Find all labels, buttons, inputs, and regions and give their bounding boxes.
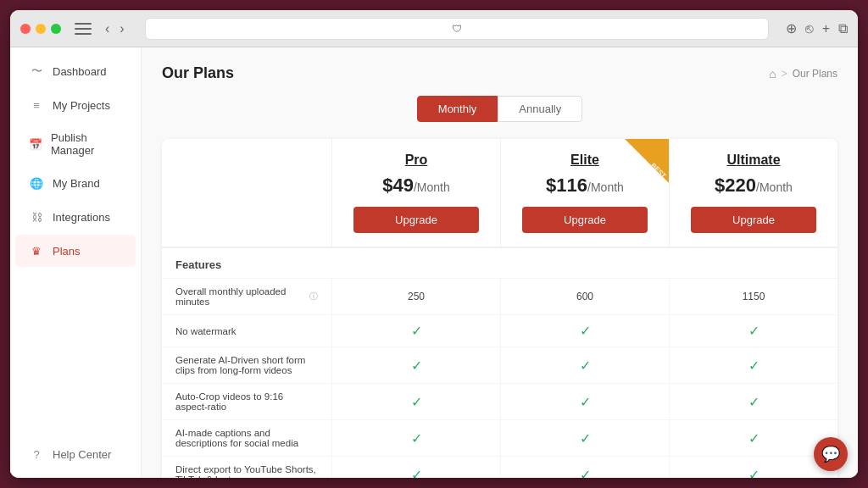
elite-upgrade-button[interactable]: Upgrade: [522, 207, 648, 233]
feature-label-autocrop: Auto-Crop videos to 9:16 aspect-ratio: [162, 384, 331, 419]
browser-toolbar: ‹ › 🛡 ⊕ ⎋ + ⧉: [10, 10, 858, 47]
plan-elite-name: Elite: [511, 152, 659, 168]
plan-ultimate: Ultimate $220/Month Upgrade: [669, 139, 837, 247]
plan-elite-amount: $116: [546, 175, 587, 196]
sidebar-item-publish-manager[interactable]: 📅 Publish Manager: [15, 123, 136, 165]
feature-ultimate-ai: ✓: [669, 347, 837, 383]
sidebar-item-integrations[interactable]: ⛓ Integrations: [15, 201, 136, 233]
sidebar: 〜 Dashboard ≡ My Projects 📅 Publish Mana…: [10, 47, 142, 478]
feature-elite-autocrop: ✓: [500, 384, 669, 419]
pro-upgrade-button[interactable]: Upgrade: [353, 207, 479, 233]
publish-icon: 📅: [29, 136, 42, 152]
plan-ultimate-name: Ultimate: [680, 152, 827, 168]
info-icon: ⓘ: [309, 291, 318, 302]
chat-button[interactable]: 💬: [814, 437, 848, 471]
feature-elite-minutes: 600: [500, 279, 669, 314]
feature-ultimate-watermark: ✓: [669, 315, 837, 347]
plans-container: Pro $49/Month Upgrade BEST Elite $1: [162, 139, 837, 478]
feature-elite-watermark: ✓: [500, 315, 669, 347]
check-icon: ✓: [580, 430, 591, 446]
feature-row-minutes: Overall monthly uploaded minutes ⓘ 250 6…: [162, 278, 837, 314]
traffic-lights: [20, 24, 61, 34]
address-bar[interactable]: 🛡: [145, 18, 769, 40]
feature-pro-minutes: 250: [331, 279, 500, 314]
sidebar-item-dashboard[interactable]: 〜 Dashboard: [15, 55, 136, 87]
check-icon: ✓: [411, 394, 422, 410]
sidebar-item-label: Plans: [53, 245, 81, 258]
sidebar-item-label: My Brand: [53, 177, 100, 190]
app-container: 〜 Dashboard ≡ My Projects 📅 Publish Mana…: [10, 47, 858, 478]
maximize-button[interactable]: [51, 24, 61, 34]
check-icon: ✓: [748, 430, 760, 446]
feature-label-ai-clips: Generate AI-Driven short form clips from…: [162, 347, 331, 383]
sidebar-item-my-projects[interactable]: ≡ My Projects: [15, 89, 136, 121]
check-icon: ✓: [411, 467, 422, 479]
feature-ultimate-autocrop: ✓: [669, 384, 837, 419]
feature-ultimate-captions: ✓: [669, 420, 837, 456]
plan-pro-amount: $49: [382, 175, 414, 196]
close-button[interactable]: [20, 24, 31, 34]
feature-pro-export: ✓: [331, 457, 500, 478]
check-icon: ✓: [580, 358, 591, 374]
check-icon: ✓: [748, 394, 760, 410]
sidebar-item-plans[interactable]: ♛ Plans: [15, 235, 136, 267]
features-title: Features: [162, 247, 837, 278]
back-button[interactable]: ‹: [102, 19, 113, 38]
plan-pro-name: Pro: [342, 152, 490, 168]
tabs-button[interactable]: ⧉: [838, 21, 848, 36]
feature-pro-watermark: ✓: [331, 315, 500, 347]
chat-icon: 💬: [821, 445, 840, 463]
check-icon: ✓: [580, 323, 591, 339]
features-section: Features Overall monthly uploaded minute…: [162, 247, 837, 478]
ultimate-upgrade-button[interactable]: Upgrade: [691, 207, 816, 233]
sidebar-item-help[interactable]: ? Help Center: [15, 438, 136, 470]
plan-pro-price: $49/Month: [342, 175, 490, 197]
security-icon: 🛡: [452, 23, 462, 35]
feature-row-watermark: No watermark ✓ ✓ ✓: [162, 314, 837, 347]
sidebar-item-label: Integrations: [53, 211, 110, 224]
sidebar-item-my-brand[interactable]: 🌐 My Brand: [15, 167, 136, 199]
sidebar-toggle-button[interactable]: [75, 23, 92, 35]
plans-header: Pro $49/Month Upgrade BEST Elite $1: [162, 139, 837, 247]
dashboard-icon: 〜: [29, 64, 44, 79]
new-tab-button[interactable]: +: [822, 21, 830, 36]
plan-elite-period: /Month: [587, 180, 624, 194]
feature-label-captions: AI-made captions and descriptions for so…: [162, 420, 331, 456]
share-button[interactable]: ⎋: [805, 21, 814, 36]
help-icon: ?: [29, 446, 44, 462]
monthly-toggle[interactable]: Monthly: [417, 96, 498, 122]
annually-toggle[interactable]: Annually: [498, 96, 582, 122]
sidebar-bottom: ? Help Center: [10, 437, 141, 471]
breadcrumb-current: Our Plans: [793, 68, 837, 80]
forward-button[interactable]: ›: [116, 19, 127, 38]
plan-pro: Pro $49/Month Upgrade: [331, 139, 500, 247]
feature-row-autocrop: Auto-Crop videos to 9:16 aspect-ratio ✓ …: [162, 383, 837, 419]
feature-text: Overall monthly uploaded minutes: [175, 286, 304, 307]
download-button[interactable]: ⊕: [786, 20, 797, 36]
feature-pro-captions: ✓: [331, 420, 500, 456]
breadcrumb-home-icon: ⌂: [769, 67, 776, 80]
plan-elite: BEST Elite $116/Month Upgrade: [500, 139, 669, 247]
nav-buttons: ‹ ›: [102, 19, 128, 38]
browser-window: ‹ › 🛡 ⊕ ⎋ + ⧉ 〜 Dashboard ≡ My Projects …: [10, 10, 858, 478]
plan-ultimate-amount: $220: [715, 175, 756, 196]
help-label: Help Center: [53, 448, 111, 461]
feature-row-captions: AI-made captions and descriptions for so…: [162, 419, 837, 456]
main-content: Our Plans ⌂ > Our Plans Monthly Annually: [142, 47, 858, 478]
check-icon: ✓: [748, 467, 760, 479]
feature-text: Direct export to YouTube Shorts, TikTok …: [175, 464, 318, 478]
feature-text: AI-made captions and descriptions for so…: [175, 428, 318, 448]
check-icon: ✓: [411, 358, 422, 374]
minimize-button[interactable]: [36, 24, 46, 34]
feature-ultimate-minutes: 1150: [669, 279, 837, 314]
check-icon: ✓: [748, 358, 760, 374]
feature-label-export: Direct export to YouTube Shorts, TikTok …: [162, 457, 331, 478]
brand-icon: 🌐: [29, 175, 44, 191]
feature-text: Generate AI-Driven short form clips from…: [175, 355, 318, 375]
feature-label-minutes: Overall monthly uploaded minutes ⓘ: [162, 279, 331, 314]
feature-elite-captions: ✓: [500, 420, 669, 456]
breadcrumb: ⌂ > Our Plans: [769, 67, 837, 80]
sidebar-item-label: Dashboard: [53, 65, 107, 78]
projects-icon: ≡: [29, 97, 44, 113]
plan-ultimate-price: $220/Month: [680, 175, 827, 197]
